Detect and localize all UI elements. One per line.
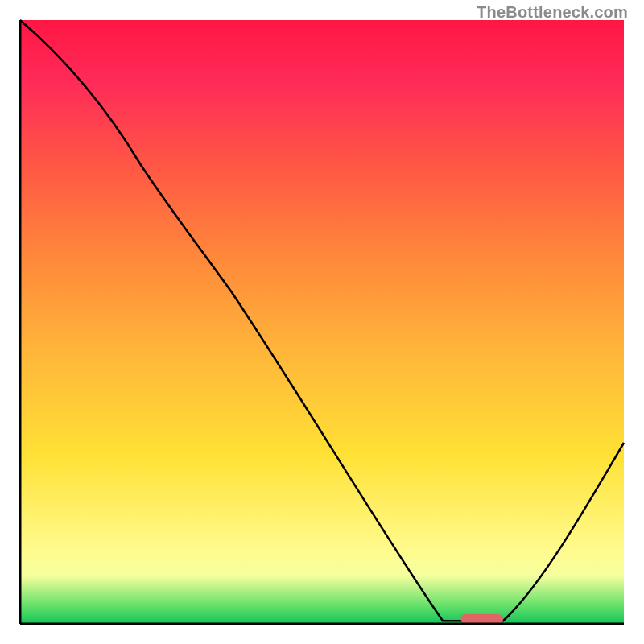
chart-overlay [0,0,644,644]
optimal-marker [461,614,504,624]
watermark-text: TheBottleneck.com [477,3,628,22]
plot-group [20,20,624,624]
bottleneck-curve [20,20,624,621]
bottleneck-chart: TheBottleneck.com [0,0,644,644]
